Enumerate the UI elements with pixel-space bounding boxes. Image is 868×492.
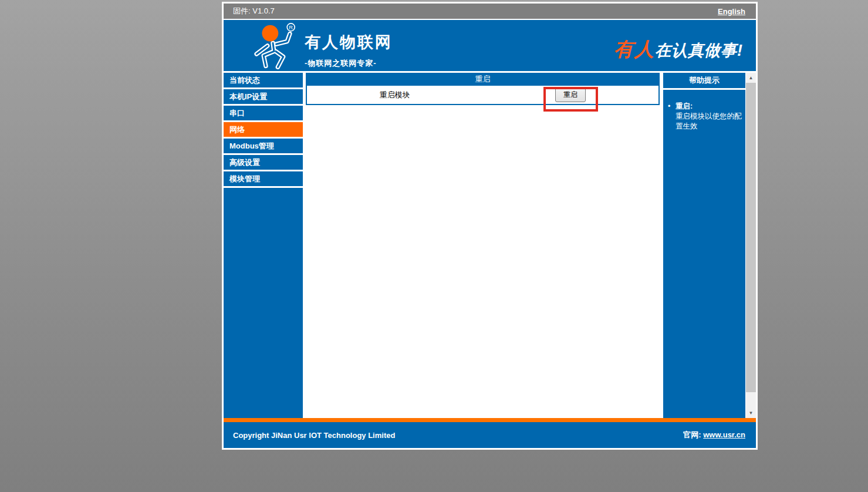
restart-row: 重启模块 重启 xyxy=(306,86,660,105)
app-window: 固件: V1.0.7 English R 有人物联网 xyxy=(222,2,758,450)
help-item-term: 重启: xyxy=(676,102,693,110)
sidebar-item-module-management[interactable]: 模块管理 xyxy=(224,171,303,188)
brand-header: R 有人物联网 -物联网之联网专家- 有人在认真做事! xyxy=(224,20,756,71)
main-panel: 重启 重启模块 重启 xyxy=(306,73,660,418)
bullet-icon xyxy=(668,102,676,132)
help-item-restart: 重启: 重启模块以使您的配置生效 xyxy=(668,102,742,132)
website-text: 官网: www.usr.cn xyxy=(683,430,745,440)
website-link[interactable]: www.usr.cn xyxy=(703,430,745,439)
restart-row-label: 重启模块 xyxy=(380,90,410,100)
firmware-version-label: 固件: V1.0.7 xyxy=(233,6,275,16)
help-panel-body: 重启: 重启模块以使您的配置生效 xyxy=(663,90,745,132)
scroll-down-icon[interactable]: ▼ xyxy=(746,408,756,418)
usr-logo-icon: R xyxy=(245,22,301,69)
brand-slogan: 有人在认真做事! xyxy=(614,36,743,63)
footer-bar: Copyright JiNan Usr IOT Technology Limit… xyxy=(224,422,756,448)
slogan-rest: 在认真做事! xyxy=(655,42,743,59)
restart-button-cell: 重启 xyxy=(483,87,659,102)
sidebar-item-modbus-management[interactable]: Modbus管理 xyxy=(224,139,303,155)
sidebar-item-serial-port[interactable]: 串口 xyxy=(224,106,303,122)
scrollbar-thumb[interactable] xyxy=(746,83,756,392)
scroll-up-icon[interactable]: ▲ xyxy=(746,73,756,83)
sidebar-item-advanced-settings[interactable]: 高级设置 xyxy=(224,155,303,171)
copyright-text: Copyright JiNan Usr IOT Technology Limit… xyxy=(233,431,395,440)
restart-button[interactable]: 重启 xyxy=(555,87,586,102)
content-area: 当前状态 本机IP设置 串口 网络 Modbus管理 高级设置 模块管理 重启 … xyxy=(224,73,756,418)
help-item-text: 重启: 重启模块以使您的配置生效 xyxy=(676,102,742,132)
brand-subtitle: -物联网之联网专家- xyxy=(305,58,393,69)
restart-label-cell: 重启模块 xyxy=(307,90,483,100)
vertical-scrollbar[interactable]: ▲ ▼ xyxy=(746,73,756,418)
top-bar: 固件: V1.0.7 English xyxy=(224,4,756,19)
brand-title: 有人物联网 xyxy=(305,32,393,53)
language-switch-link[interactable]: English xyxy=(718,7,745,16)
sidebar-nav: 当前状态 本机IP设置 串口 网络 Modbus管理 高级设置 模块管理 xyxy=(224,73,303,418)
help-panel-title: 帮助提示 xyxy=(663,73,745,90)
brand-text: 有人物联网 -物联网之联网专家- xyxy=(305,32,393,69)
website-label: 官网: xyxy=(683,430,701,439)
help-panel: 帮助提示 重启: 重启模块以使您的配置生效 xyxy=(663,73,745,418)
footer-orange-stripe xyxy=(224,418,756,422)
svg-text:R: R xyxy=(289,25,293,31)
scrollbar-track[interactable] xyxy=(746,392,756,408)
sidebar-item-local-ip-settings[interactable]: 本机IP设置 xyxy=(224,89,303,106)
slogan-highlight: 有人 xyxy=(614,38,655,60)
sidebar-item-current-status[interactable]: 当前状态 xyxy=(224,73,303,89)
section-title: 重启 xyxy=(306,73,660,86)
help-item-description: 重启模块以使您的配置生效 xyxy=(676,112,742,130)
sidebar-item-network[interactable]: 网络 xyxy=(224,122,303,139)
